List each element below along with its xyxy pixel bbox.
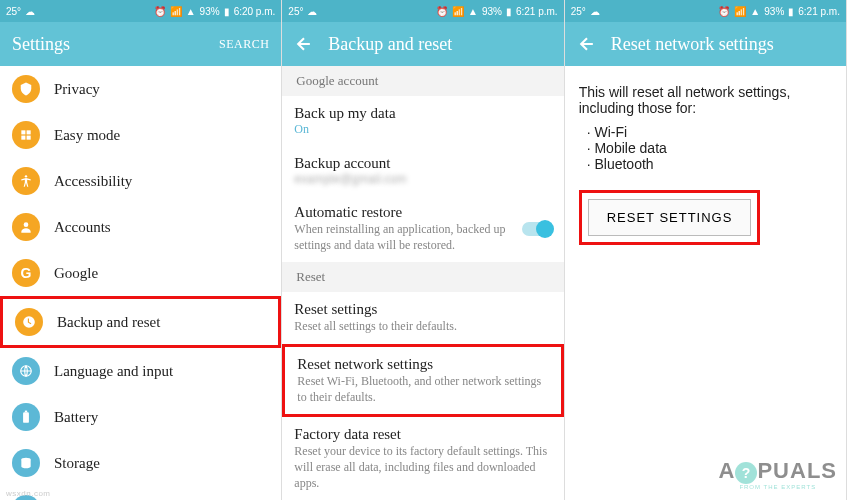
- item-sub: Reset Wi-Fi, Bluetooth, and other networ…: [297, 373, 548, 405]
- svg-rect-3: [27, 136, 31, 140]
- item-backup-account[interactable]: Backup account example@gmail.com: [282, 146, 563, 195]
- appbar: Backup and reset: [282, 22, 563, 66]
- weather-temp: 25°: [571, 6, 586, 17]
- item-automatic-restore[interactable]: Automatic restore When reinstalling an a…: [282, 195, 563, 262]
- settings-item-backup-reset[interactable]: Backup and reset: [0, 296, 281, 348]
- appbar: Settings SEARCH: [0, 22, 281, 66]
- google-icon: G: [12, 259, 40, 287]
- reset-settings-highlight: RESET SETTINGS: [579, 190, 761, 245]
- item-sub: When reinstalling an application, backed…: [294, 221, 507, 253]
- item-value-redacted: example@gmail.com: [294, 172, 551, 186]
- item-label: Language and input: [54, 363, 173, 380]
- screen-settings: 25° ☁ ⏰ 📶 ▲ 93% ▮ 6:20 p.m. Settings SEA…: [0, 0, 282, 500]
- page-title: Backup and reset: [328, 34, 551, 55]
- clock: 6:20 p.m.: [234, 6, 276, 17]
- item-sub: Reset all settings to their defaults.: [294, 318, 551, 334]
- settings-item-battery[interactable]: Battery: [0, 394, 281, 440]
- reset-network-body: This will reset all network settings, in…: [565, 66, 846, 263]
- watermark-tagline: FROM THE EXPERTS: [719, 484, 837, 490]
- item-label: Backup account: [294, 155, 551, 172]
- watermark-url: wsxdn.com: [6, 489, 51, 498]
- item-label: Reset network settings: [297, 356, 548, 373]
- screen-reset-network: 25° ☁ ⏰ 📶 ▲ 93% ▮ 6:21 p.m. Reset networ…: [565, 0, 847, 500]
- watermark-q-icon: ?: [735, 462, 757, 484]
- statusbar: 25° ☁ ⏰ 📶 ▲ 93% ▮ 6:21 p.m.: [282, 0, 563, 22]
- svg-point-5: [24, 222, 29, 227]
- signal-icon: ▲: [750, 6, 760, 17]
- section-google-account: Google account: [282, 66, 563, 96]
- settings-item-google[interactable]: G Google: [0, 250, 281, 296]
- battery-icon: [12, 403, 40, 431]
- signal-icon: ▲: [186, 6, 196, 17]
- section-reset: Reset: [282, 262, 563, 292]
- settings-item-privacy[interactable]: Privacy: [0, 66, 281, 112]
- svg-point-4: [25, 175, 27, 177]
- search-button[interactable]: SEARCH: [219, 37, 269, 52]
- alarm-icon: ⏰: [154, 6, 166, 17]
- item-reset-settings[interactable]: Reset settings Reset all settings to the…: [282, 292, 563, 343]
- item-sub: Reset your device to its factory default…: [294, 443, 551, 492]
- weather-temp: 25°: [6, 6, 21, 17]
- appbar: Reset network settings: [565, 22, 846, 66]
- item-label: Automatic restore: [294, 204, 507, 221]
- screen-backup-reset: 25° ☁ ⏰ 📶 ▲ 93% ▮ 6:21 p.m. Backup and r…: [282, 0, 564, 500]
- item-label: Backup and reset: [57, 314, 160, 331]
- item-reset-network-settings[interactable]: Reset network settings Reset Wi-Fi, Blue…: [282, 344, 563, 417]
- item-label: Accessibility: [54, 173, 132, 190]
- svg-rect-7: [23, 412, 29, 423]
- statusbar: 25° ☁ ⏰ 📶 ▲ 93% ▮ 6:21 p.m.: [565, 0, 846, 22]
- item-label: Storage: [54, 455, 100, 472]
- settings-item-accessibility[interactable]: Accessibility: [0, 158, 281, 204]
- settings-item-accounts[interactable]: Accounts: [0, 204, 281, 250]
- item-label: Easy mode: [54, 127, 120, 144]
- bullet-bluetooth: Bluetooth: [587, 156, 832, 172]
- toggle-auto-restore[interactable]: [522, 222, 552, 236]
- signal-icon: ▲: [468, 6, 478, 17]
- item-label: Accounts: [54, 219, 111, 236]
- item-label: Reset settings: [294, 301, 551, 318]
- wifi-icon: 📶: [170, 6, 182, 17]
- svg-rect-2: [21, 136, 25, 140]
- clock: 6:21 p.m.: [516, 6, 558, 17]
- battery-icon: ▮: [224, 6, 230, 17]
- item-label: Google: [54, 265, 98, 282]
- weather-icon: ☁: [590, 6, 600, 17]
- battery-pct: 93%: [764, 6, 784, 17]
- item-value: On: [294, 122, 551, 137]
- bullet-wifi: Wi-Fi: [587, 124, 832, 140]
- item-factory-data-reset[interactable]: Factory data reset Reset your device to …: [282, 417, 563, 500]
- back-button[interactable]: [294, 34, 314, 54]
- wifi-icon: 📶: [452, 6, 464, 17]
- watermark-brand: A?PUALS: [719, 458, 837, 484]
- item-label: Back up my data: [294, 105, 551, 122]
- clock: 6:21 p.m.: [798, 6, 840, 17]
- accessibility-icon: [12, 167, 40, 195]
- back-button[interactable]: [577, 34, 597, 54]
- wifi-icon: 📶: [734, 6, 746, 17]
- statusbar: 25° ☁ ⏰ 📶 ▲ 93% ▮ 6:20 p.m.: [0, 0, 281, 22]
- backup-list: Google account Back up my data On Backup…: [282, 66, 563, 500]
- item-label: Privacy: [54, 81, 100, 98]
- weather-temp: 25°: [288, 6, 303, 17]
- intro-text: This will reset all network settings, in…: [579, 84, 832, 116]
- settings-list: Privacy Easy mode Accessibility Accounts…: [0, 66, 281, 500]
- accounts-icon: [12, 213, 40, 241]
- bullet-mobile-data: Mobile data: [587, 140, 832, 156]
- settings-item-easy-mode[interactable]: Easy mode: [0, 112, 281, 158]
- item-backup-my-data[interactable]: Back up my data On: [282, 96, 563, 146]
- svg-rect-8: [25, 411, 27, 413]
- page-title: Settings: [12, 34, 219, 55]
- weather-icon: ☁: [25, 6, 35, 17]
- watermark: A?PUALS FROM THE EXPERTS: [719, 458, 837, 490]
- alarm-icon: ⏰: [436, 6, 448, 17]
- reset-settings-button[interactable]: RESET SETTINGS: [588, 199, 752, 236]
- settings-item-storage[interactable]: Storage: [0, 440, 281, 486]
- settings-item-language[interactable]: Language and input: [0, 348, 281, 394]
- battery-pct: 93%: [482, 6, 502, 17]
- backup-icon: [15, 308, 43, 336]
- item-label: Battery: [54, 409, 98, 426]
- easy-mode-icon: [12, 121, 40, 149]
- page-title: Reset network settings: [611, 34, 834, 55]
- svg-rect-1: [27, 130, 31, 134]
- battery-pct: 93%: [200, 6, 220, 17]
